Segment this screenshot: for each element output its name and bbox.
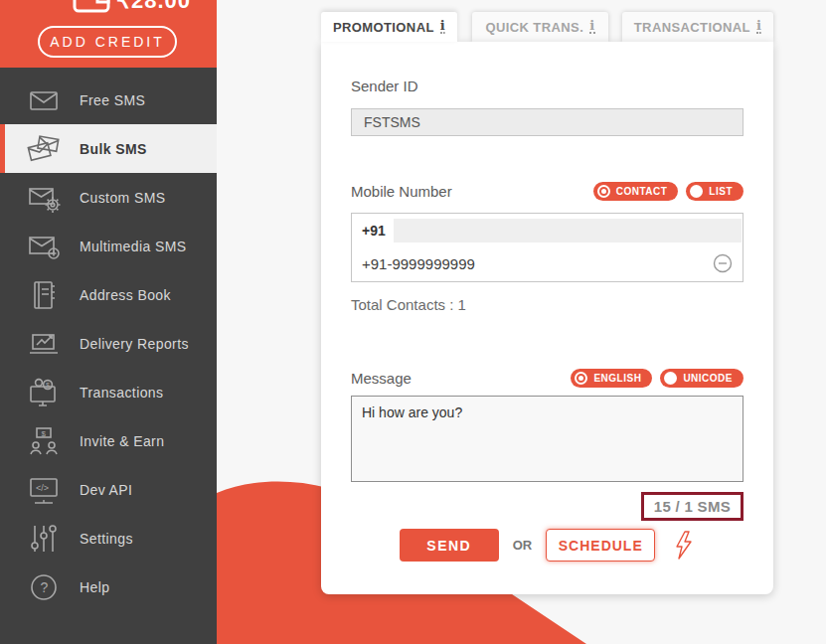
sidebar-item-delivery-reports[interactable]: Delivery Reports [0,319,217,368]
dev-api-icon: </> [26,472,64,508]
number-entry-value: +91-9999999999 [362,255,475,272]
info-icon[interactable]: i [756,20,761,34]
sidebar-item-custom-sms[interactable]: Custom SMS [0,173,217,222]
english-toggle[interactable]: ENGLISH [571,369,652,388]
toggle-label: LIST [709,186,733,197]
sidebar-item-transactions[interactable]: $ Transactions [0,368,217,416]
toggle-label: UNICODE [683,373,733,384]
sidebar-item-label: Settings [80,531,133,547]
sidebar-header: ₹28.00 ADD CREDIT [0,0,217,68]
wallet-icon [72,0,111,17]
radio-unselected-icon [664,372,677,385]
lightning-icon[interactable] [673,531,695,561]
tab-label: PROMOTIONAL [333,20,434,35]
tab-quick-trans[interactable]: QUICK TRANS. i [472,12,608,42]
svg-text:</>: </> [36,483,49,493]
sidebar-menu: Free SMS Bulk SMS Custom SMS [0,68,217,611]
sender-id-label: Sender ID [351,78,743,94]
settings-icon [26,521,64,557]
info-icon[interactable]: i [440,20,445,34]
sidebar-item-label: Help [80,579,109,595]
sender-id-input[interactable] [351,108,743,136]
address-book-icon [26,277,64,313]
sidebar-item-label: Bulk SMS [80,141,147,157]
envelope-plus-icon [26,229,64,264]
radio-unselected-icon [690,185,703,198]
sidebar-item-label: Delivery Reports [80,336,189,352]
tab-transactional[interactable]: TRANSACTIONAL i [622,12,773,42]
add-credit-button[interactable]: ADD CREDIT [38,26,177,58]
sidebar-item-address-book[interactable]: Address Book [0,270,217,319]
sms-counter-badge: 15 / 1 SMS [641,492,743,521]
mobile-number-label: Mobile Number [351,183,452,200]
sidebar-item-free-sms[interactable]: Free SMS [0,76,217,124]
toggle-label: CONTACT [616,186,668,197]
sidebar-item-label: Invite & Earn [80,433,164,449]
sms-type-tabs: PROMOTIONAL i QUICK TRANS. i TRANSACTION… [321,12,773,42]
number-entry-row: +91-9999999999 [352,247,743,281]
delivery-reports-icon [26,326,64,362]
invite-earn-icon: $ [26,423,64,459]
message-label: Message [351,370,412,387]
minus-circle-icon[interactable] [713,253,733,273]
sidebar-item-label: Custom SMS [80,190,165,206]
sidebar-item-label: Free SMS [80,92,145,108]
main-content: PROMOTIONAL i QUICK TRANS. i TRANSACTION… [217,0,826,644]
tab-label: TRANSACTIONAL [634,20,750,35]
sidebar-item-invite-earn[interactable]: $ Invite & Earn [0,416,217,465]
envelope-icon [26,82,64,118]
toggle-label: ENGLISH [593,373,641,384]
list-toggle[interactable]: LIST [686,182,743,201]
total-contacts: Total Contacts : 1 [351,296,743,313]
unicode-toggle[interactable]: UNICODE [660,369,743,388]
radio-selected-icon [575,372,587,385]
envelope-gear-icon [26,180,64,216]
tab-label: QUICK TRANS. [485,20,583,35]
schedule-button[interactable]: SCHEDULE [546,529,655,562]
sidebar-item-label: Address Book [80,287,171,303]
sms-form-card: Sender ID Mobile Number CONTACT LIST [321,42,773,594]
message-textarea[interactable]: Hi how are you? [351,396,743,482]
tab-promotional[interactable]: PROMOTIONAL i [321,12,457,42]
svg-text:?: ? [41,579,49,595]
sidebar-item-multimedia-sms[interactable]: Multimedia SMS [0,222,217,270]
sidebar: ₹28.00 ADD CREDIT Free SMS Bulk SMS [0,0,217,644]
info-icon[interactable]: i [589,20,594,34]
sidebar-item-label: Transactions [80,385,163,401]
svg-text:$: $ [46,382,50,389]
sidebar-item-help[interactable]: ? Help [0,563,217,611]
radio-selected-icon [597,185,610,198]
help-icon: ? [26,569,64,605]
sidebar-item-dev-api[interactable]: </> Dev API [0,465,217,514]
svg-text:$: $ [42,428,47,437]
wallet-balance: ₹28.00 [116,0,191,14]
mobile-numbers-box: +91 +91-9999999999 [351,213,743,282]
or-label: OR [513,538,533,553]
sidebar-item-label: Dev API [80,482,132,498]
send-button[interactable]: SEND [400,529,499,562]
contact-toggle[interactable]: CONTACT [593,182,679,201]
sidebar-item-settings[interactable]: Settings [0,514,217,563]
mobile-number-input[interactable] [394,219,742,242]
country-code: +91 [362,223,386,239]
sidebar-item-bulk-sms[interactable]: Bulk SMS [0,124,217,173]
transactions-icon: $ [26,375,64,410]
bulk-envelopes-icon [26,131,64,167]
sidebar-item-label: Multimedia SMS [80,239,187,254]
